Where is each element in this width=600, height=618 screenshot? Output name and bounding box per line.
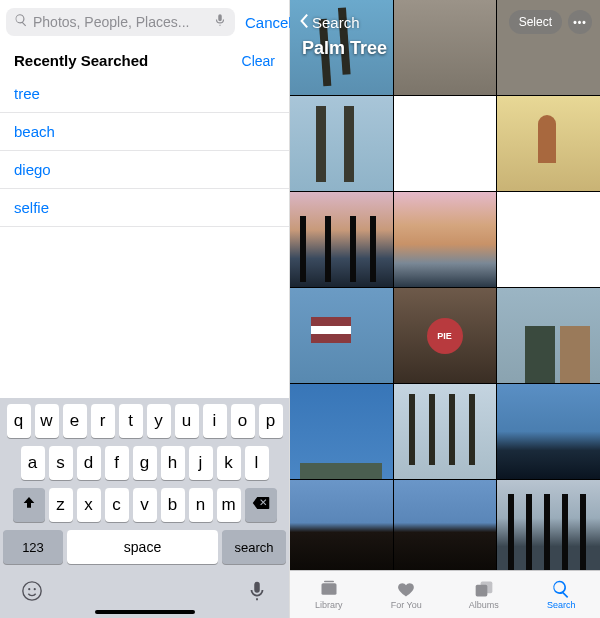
photo-tile[interactable] (290, 96, 393, 191)
header-actions: Select ••• (509, 10, 592, 34)
back-label: Search (312, 14, 360, 31)
photo-tile[interactable] (394, 96, 497, 191)
key-m[interactable]: m (217, 488, 241, 522)
photo-tile[interactable] (394, 288, 497, 383)
key-g[interactable]: g (133, 446, 157, 480)
tab-for-you[interactable]: For You (368, 571, 446, 618)
header-overlay: Search Select ••• Palm Tree (290, 0, 600, 65)
back-button[interactable]: Search (298, 13, 360, 32)
recent-item[interactable]: tree (0, 75, 289, 113)
search-bar-row: Cancel (0, 0, 289, 44)
tab-label: Library (315, 600, 343, 610)
header-top: Search Select ••• (298, 10, 592, 34)
key-c[interactable]: c (105, 488, 129, 522)
key-t[interactable]: t (119, 404, 143, 438)
key-z[interactable]: z (49, 488, 73, 522)
key-i[interactable]: i (203, 404, 227, 438)
photo-tile[interactable] (497, 96, 600, 191)
key-shift[interactable] (13, 488, 45, 522)
photo-tile[interactable] (497, 384, 600, 479)
key-h[interactable]: h (161, 446, 185, 480)
cancel-button[interactable]: Cancel (241, 14, 296, 31)
results-screen: Search Select ••• Palm Tree (290, 0, 600, 618)
svg-rect-6 (480, 582, 492, 594)
search-screen: Cancel Recently Searched Clear tree beac… (0, 0, 290, 618)
svg-point-1 (28, 588, 30, 590)
emoji-icon[interactable] (21, 580, 43, 602)
key-y[interactable]: y (147, 404, 171, 438)
recent-item[interactable]: diego (0, 151, 289, 189)
key-b[interactable]: b (161, 488, 185, 522)
svg-point-0 (23, 582, 41, 600)
clear-button[interactable]: Clear (242, 53, 275, 69)
backspace-icon (252, 495, 270, 515)
kb-row-3: z x c v b n m (3, 488, 286, 522)
key-k[interactable]: k (217, 446, 241, 480)
svg-rect-3 (321, 583, 336, 595)
key-o[interactable]: o (231, 404, 255, 438)
photo-tile[interactable] (497, 192, 600, 287)
home-indicator[interactable] (95, 610, 195, 614)
recent-header: Recently Searched (14, 52, 148, 69)
photo-tile[interactable] (290, 480, 393, 570)
more-button[interactable]: ••• (568, 10, 592, 34)
search-bar[interactable] (6, 8, 235, 36)
chevron-left-icon (298, 13, 310, 32)
recent-header-row: Recently Searched Clear (0, 44, 289, 75)
mic-icon[interactable] (213, 13, 227, 31)
tab-bar: Library For You Albums Search (290, 570, 600, 618)
key-f[interactable]: f (105, 446, 129, 480)
kb-row-2: a s d f g h j k l (3, 446, 286, 480)
search-icon (14, 13, 28, 31)
tab-library[interactable]: Library (290, 571, 368, 618)
select-button[interactable]: Select (509, 10, 562, 34)
recent-item[interactable]: beach (0, 113, 289, 151)
key-w[interactable]: w (35, 404, 59, 438)
photo-grid (290, 0, 600, 570)
kb-row-1: q w e r t y u i o p (3, 404, 286, 438)
search-input[interactable] (33, 14, 208, 30)
kb-mic-icon[interactable] (246, 580, 268, 602)
key-s[interactable]: s (49, 446, 73, 480)
photo-tile[interactable] (394, 192, 497, 287)
result-title: Palm Tree (298, 38, 592, 59)
tab-label: Search (547, 600, 576, 610)
photo-tile[interactable] (394, 480, 497, 570)
key-123[interactable]: 123 (3, 530, 63, 564)
kb-row-4: 123 space search (3, 530, 286, 564)
photo-tile[interactable] (497, 480, 600, 570)
key-q[interactable]: q (7, 404, 31, 438)
key-a[interactable]: a (21, 446, 45, 480)
key-r[interactable]: r (91, 404, 115, 438)
key-space[interactable]: space (67, 530, 218, 564)
key-n[interactable]: n (189, 488, 213, 522)
key-e[interactable]: e (63, 404, 87, 438)
tab-search[interactable]: Search (523, 571, 601, 618)
key-v[interactable]: v (133, 488, 157, 522)
photo-tile[interactable] (497, 288, 600, 383)
recent-item[interactable]: selfie (0, 189, 289, 227)
tab-label: For You (391, 600, 422, 610)
svg-point-2 (34, 588, 36, 590)
ellipsis-icon: ••• (573, 17, 587, 28)
photo-tile[interactable] (290, 384, 393, 479)
svg-rect-4 (324, 581, 334, 583)
key-u[interactable]: u (175, 404, 199, 438)
key-backspace[interactable] (245, 488, 277, 522)
recent-list: tree beach diego selfie (0, 75, 289, 227)
keyboard: q w e r t y u i o p a s d f g h j k l z (0, 398, 289, 618)
key-p[interactable]: p (259, 404, 283, 438)
key-d[interactable]: d (77, 446, 101, 480)
key-search[interactable]: search (222, 530, 286, 564)
key-l[interactable]: l (245, 446, 269, 480)
photo-tile[interactable] (290, 288, 393, 383)
shift-icon (21, 495, 37, 516)
key-j[interactable]: j (189, 446, 213, 480)
photo-tile[interactable] (290, 192, 393, 287)
key-x[interactable]: x (77, 488, 101, 522)
photo-tile[interactable] (394, 384, 497, 479)
tab-albums[interactable]: Albums (445, 571, 523, 618)
keyboard-bottom-row (3, 572, 286, 606)
tab-label: Albums (469, 600, 499, 610)
